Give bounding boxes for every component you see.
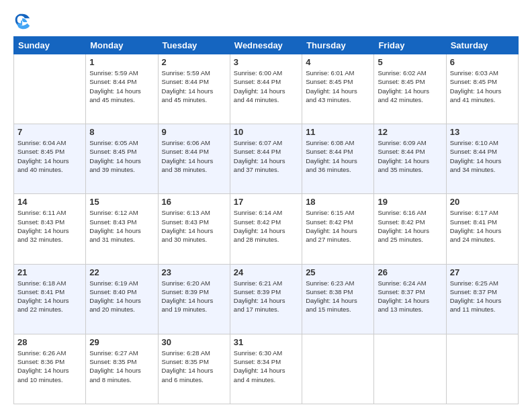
day-number: 23 xyxy=(162,267,226,277)
day-cell: 14Sunrise: 6:11 AM Sunset: 8:43 PM Dayli… xyxy=(14,194,86,264)
day-info: Sunrise: 5:59 AM Sunset: 8:44 PM Dayligh… xyxy=(89,68,154,104)
day-number: 18 xyxy=(306,197,370,207)
day-info: Sunrise: 6:30 AM Sunset: 8:34 PM Dayligh… xyxy=(234,349,298,384)
day-info: Sunrise: 6:17 AM Sunset: 8:41 PM Dayligh… xyxy=(450,208,515,244)
day-number: 27 xyxy=(450,267,515,277)
day-cell: 6Sunrise: 6:03 AM Sunset: 8:45 PM Daylig… xyxy=(446,54,518,124)
day-cell: 16Sunrise: 6:13 AM Sunset: 8:43 PM Dayli… xyxy=(158,194,230,264)
logo xyxy=(13,12,35,31)
day-info: Sunrise: 5:59 AM Sunset: 8:44 PM Dayligh… xyxy=(162,68,226,104)
day-info: Sunrise: 6:16 AM Sunset: 8:42 PM Dayligh… xyxy=(378,208,442,244)
day-cell: 27Sunrise: 6:25 AM Sunset: 8:37 PM Dayli… xyxy=(446,264,518,334)
header-row: SundayMondayTuesdayWednesdayThursdayFrid… xyxy=(14,37,519,54)
header-thursday: Thursday xyxy=(302,37,374,54)
day-number: 26 xyxy=(378,267,442,277)
day-number: 5 xyxy=(378,57,442,67)
day-info: Sunrise: 6:13 AM Sunset: 8:43 PM Dayligh… xyxy=(162,208,226,244)
header-saturday: Saturday xyxy=(446,37,518,54)
day-number: 15 xyxy=(89,197,154,207)
header xyxy=(13,12,519,31)
day-number: 8 xyxy=(89,127,154,137)
day-cell: 11Sunrise: 6:08 AM Sunset: 8:44 PM Dayli… xyxy=(302,124,374,194)
day-cell: 10Sunrise: 6:07 AM Sunset: 8:44 PM Dayli… xyxy=(230,124,302,194)
day-cell: 8Sunrise: 6:05 AM Sunset: 8:45 PM Daylig… xyxy=(86,124,158,194)
day-number: 22 xyxy=(89,267,154,277)
day-number: 1 xyxy=(89,57,154,67)
day-cell: 23Sunrise: 6:20 AM Sunset: 8:39 PM Dayli… xyxy=(158,264,230,334)
day-info: Sunrise: 6:21 AM Sunset: 8:39 PM Dayligh… xyxy=(234,279,298,314)
day-number: 11 xyxy=(306,127,370,137)
day-cell: 21Sunrise: 6:18 AM Sunset: 8:41 PM Dayli… xyxy=(14,264,86,334)
day-info: Sunrise: 6:28 AM Sunset: 8:35 PM Dayligh… xyxy=(162,349,226,384)
week-row-5: 28Sunrise: 6:26 AM Sunset: 8:36 PM Dayli… xyxy=(14,334,519,404)
calendar-header: SundayMondayTuesdayWednesdayThursdayFrid… xyxy=(14,37,519,54)
day-cell: 20Sunrise: 6:17 AM Sunset: 8:41 PM Dayli… xyxy=(446,194,518,264)
day-info: Sunrise: 6:10 AM Sunset: 8:44 PM Dayligh… xyxy=(450,138,515,174)
day-cell: 24Sunrise: 6:21 AM Sunset: 8:39 PM Dayli… xyxy=(230,264,302,334)
week-row-1: 1Sunrise: 5:59 AM Sunset: 8:44 PM Daylig… xyxy=(14,54,519,124)
day-info: Sunrise: 6:15 AM Sunset: 8:42 PM Dayligh… xyxy=(306,208,370,244)
day-number: 9 xyxy=(162,127,226,137)
day-info: Sunrise: 6:23 AM Sunset: 8:38 PM Dayligh… xyxy=(306,279,370,314)
day-info: Sunrise: 6:02 AM Sunset: 8:45 PM Dayligh… xyxy=(378,68,442,104)
day-number: 10 xyxy=(234,127,298,137)
day-info: Sunrise: 6:12 AM Sunset: 8:43 PM Dayligh… xyxy=(89,208,154,244)
day-info: Sunrise: 6:11 AM Sunset: 8:43 PM Dayligh… xyxy=(17,208,82,244)
day-number: 24 xyxy=(234,267,298,277)
day-info: Sunrise: 6:01 AM Sunset: 8:45 PM Dayligh… xyxy=(306,68,370,104)
day-cell: 7Sunrise: 6:04 AM Sunset: 8:45 PM Daylig… xyxy=(14,124,86,194)
day-cell: 3Sunrise: 6:00 AM Sunset: 8:44 PM Daylig… xyxy=(230,54,302,124)
day-number: 3 xyxy=(234,57,298,67)
day-cell: 17Sunrise: 6:14 AM Sunset: 8:42 PM Dayli… xyxy=(230,194,302,264)
day-number: 19 xyxy=(378,197,442,207)
logo-icon xyxy=(13,12,32,31)
day-info: Sunrise: 6:09 AM Sunset: 8:44 PM Dayligh… xyxy=(378,138,442,174)
week-row-3: 14Sunrise: 6:11 AM Sunset: 8:43 PM Dayli… xyxy=(14,194,519,264)
day-cell: 4Sunrise: 6:01 AM Sunset: 8:45 PM Daylig… xyxy=(302,54,374,124)
day-info: Sunrise: 6:04 AM Sunset: 8:45 PM Dayligh… xyxy=(17,138,82,174)
day-cell: 15Sunrise: 6:12 AM Sunset: 8:43 PM Dayli… xyxy=(86,194,158,264)
day-number: 29 xyxy=(89,337,154,347)
day-cell xyxy=(302,334,374,404)
day-cell xyxy=(446,334,518,404)
header-sunday: Sunday xyxy=(14,37,86,54)
day-number: 21 xyxy=(17,267,82,277)
day-number: 31 xyxy=(234,337,298,347)
day-info: Sunrise: 6:03 AM Sunset: 8:45 PM Dayligh… xyxy=(450,68,515,104)
day-info: Sunrise: 6:19 AM Sunset: 8:40 PM Dayligh… xyxy=(89,279,154,314)
day-cell xyxy=(14,54,86,124)
day-number: 12 xyxy=(378,127,442,137)
day-number: 14 xyxy=(17,197,82,207)
day-info: Sunrise: 6:20 AM Sunset: 8:39 PM Dayligh… xyxy=(162,279,226,314)
header-friday: Friday xyxy=(374,37,446,54)
day-info: Sunrise: 6:26 AM Sunset: 8:36 PM Dayligh… xyxy=(17,349,82,384)
day-number: 2 xyxy=(162,57,226,67)
day-info: Sunrise: 6:14 AM Sunset: 8:42 PM Dayligh… xyxy=(234,208,298,244)
calendar-table: SundayMondayTuesdayWednesdayThursdayFrid… xyxy=(13,36,519,404)
day-info: Sunrise: 6:06 AM Sunset: 8:44 PM Dayligh… xyxy=(162,138,226,174)
day-cell: 25Sunrise: 6:23 AM Sunset: 8:38 PM Dayli… xyxy=(302,264,374,334)
day-number: 6 xyxy=(450,57,515,67)
day-cell: 12Sunrise: 6:09 AM Sunset: 8:44 PM Dayli… xyxy=(374,124,446,194)
day-number: 17 xyxy=(234,197,298,207)
day-cell: 19Sunrise: 6:16 AM Sunset: 8:42 PM Dayli… xyxy=(374,194,446,264)
day-number: 28 xyxy=(17,337,82,347)
day-cell xyxy=(374,334,446,404)
week-row-2: 7Sunrise: 6:04 AM Sunset: 8:45 PM Daylig… xyxy=(14,124,519,194)
day-info: Sunrise: 6:05 AM Sunset: 8:45 PM Dayligh… xyxy=(89,138,154,174)
day-info: Sunrise: 6:08 AM Sunset: 8:44 PM Dayligh… xyxy=(306,138,370,174)
day-info: Sunrise: 6:00 AM Sunset: 8:44 PM Dayligh… xyxy=(234,68,298,104)
header-monday: Monday xyxy=(86,37,158,54)
day-cell: 31Sunrise: 6:30 AM Sunset: 8:34 PM Dayli… xyxy=(230,334,302,404)
day-cell: 29Sunrise: 6:27 AM Sunset: 8:35 PM Dayli… xyxy=(86,334,158,404)
day-info: Sunrise: 6:27 AM Sunset: 8:35 PM Dayligh… xyxy=(89,349,154,384)
day-number: 25 xyxy=(306,267,370,277)
header-tuesday: Tuesday xyxy=(158,37,230,54)
calendar-body: 1Sunrise: 5:59 AM Sunset: 8:44 PM Daylig… xyxy=(14,54,519,404)
day-cell: 28Sunrise: 6:26 AM Sunset: 8:36 PM Dayli… xyxy=(14,334,86,404)
day-cell: 13Sunrise: 6:10 AM Sunset: 8:44 PM Dayli… xyxy=(446,124,518,194)
header-wednesday: Wednesday xyxy=(230,37,302,54)
page: SundayMondayTuesdayWednesdayThursdayFrid… xyxy=(0,0,532,411)
day-number: 7 xyxy=(17,127,82,137)
day-number: 30 xyxy=(162,337,226,347)
